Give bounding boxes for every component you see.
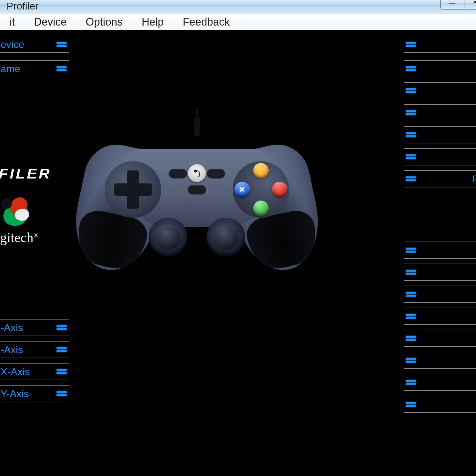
slot-rx-axis[interactable]: X-Axis [0,363,69,380]
slot-button-4[interactable] [404,104,476,121]
titlebar[interactable]: Profiler — [0,0,476,14]
logitech-swirl-icon [0,197,33,230]
y-button[interactable] [253,163,269,178]
drag-icon [406,176,416,181]
drag-icon [57,369,67,374]
home-button[interactable] [188,164,206,182]
slot-button-8[interactable] [404,286,476,303]
maximize-icon [474,1,476,5]
slot-button-7[interactable] [404,264,476,281]
slot-select-game[interactable]: ame [0,60,69,77]
slot-button-9[interactable] [404,308,476,325]
right-stick[interactable] [206,218,245,256]
slot-button-6[interactable] [404,242,476,259]
slot-select-device[interactable]: evice [0,36,69,53]
maximize-button[interactable] [464,0,476,10]
drag-icon [57,325,67,330]
drag-icon [406,154,416,159]
slot-label: -Axis [1,344,23,356]
window-title: Profiler [7,0,39,12]
slot-right-stick[interactable]: Right S [404,170,476,187]
window-controls: — [440,0,476,10]
content-area: evice ame -Axis -Axis X-Axis Y-Axis [0,30,476,476]
minimize-button[interactable]: — [440,0,464,10]
drag-icon [406,132,416,137]
slot-left-stick[interactable]: Left S [404,148,476,165]
logitech-logo-area [0,197,33,230]
slot-x-axis[interactable]: -Axis [0,319,69,336]
slot-label: Y-Axis [1,388,29,400]
drag-icon [406,292,416,297]
drag-icon [406,248,416,253]
slot-button-5[interactable] [404,126,476,143]
menu-edit[interactable]: it [1,14,24,30]
slot-button-12[interactable] [404,374,476,391]
dpad-plate [105,161,161,218]
slot-y-axis[interactable]: -Axis [0,341,69,358]
desktop-background: Profiler — it Device Options Help Feedba… [0,0,476,476]
gamepad-cable-icon [194,118,200,136]
minimize-icon: — [449,0,455,7]
slot-button-2[interactable] [404,60,476,77]
menubar: it Device Options Help Feedback [0,14,476,30]
slot-button-1[interactable] [404,36,476,53]
slot-button-10[interactable] [404,330,476,347]
start-button[interactable] [207,169,225,178]
drag-icon [57,66,67,71]
drag-icon [406,314,416,319]
slot-button-3[interactable] [404,82,476,99]
mode-button[interactable] [188,185,206,194]
menu-help[interactable]: Help [133,14,173,30]
drag-icon [57,42,67,47]
slot-button-11[interactable] [404,352,476,369]
logitech-badge-icon [192,168,202,178]
menu-options[interactable]: Options [77,14,131,30]
a-button[interactable] [253,201,269,216]
slot-label: evice [1,39,24,50]
gamepad-preview [84,129,310,283]
profiler-brand-text: FILER [0,165,51,182]
menu-feedback[interactable]: Feedback [174,14,239,30]
drag-icon [406,358,416,363]
back-button[interactable] [169,169,187,178]
slot-button-13[interactable] [404,396,476,413]
logitech-wordmark: gitech® [0,230,38,245]
drag-icon [57,347,67,352]
drag-icon [406,270,416,275]
left-stick[interactable] [149,218,187,256]
drag-icon [406,88,416,93]
slot-label: Right S [472,173,476,185]
face-buttons-plate [233,161,289,218]
app-window: Profiler — it Device Options Help Feedba… [0,0,476,476]
x-button[interactable] [234,182,250,197]
drag-icon [406,402,416,407]
drag-icon [406,380,416,385]
dpad-icon[interactable] [114,170,152,209]
slot-label: ame [1,63,20,75]
b-button[interactable] [272,182,287,197]
drag-icon [406,42,416,47]
slot-label: X-Axis [1,366,30,378]
drag-icon [57,391,67,396]
drag-icon [406,66,416,71]
drag-icon [406,110,416,115]
slot-label: -Axis [1,322,23,333]
menu-device[interactable]: Device [25,14,76,30]
drag-icon [406,336,416,341]
slot-ry-axis[interactable]: Y-Axis [0,385,69,402]
